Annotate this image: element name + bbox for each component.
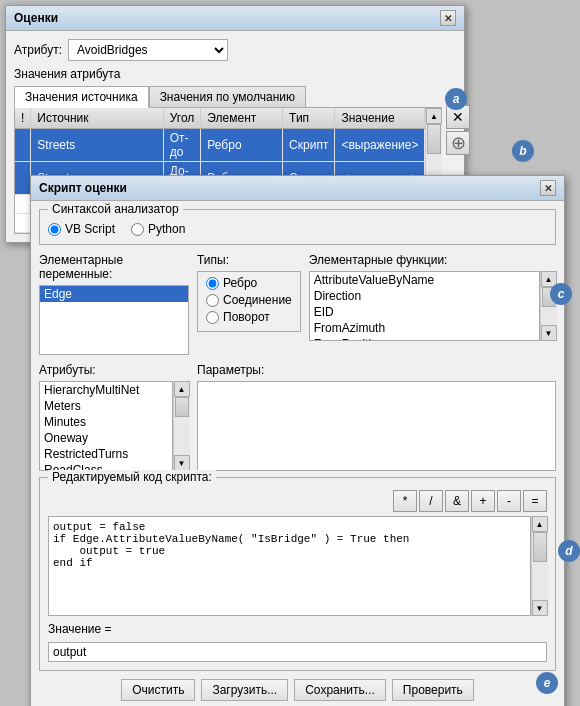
type-junction[interactable]: Соединение xyxy=(206,293,292,307)
syntax-radio-group: VB Script Python xyxy=(48,222,547,236)
attribute-item[interactable]: RestrictedTurns xyxy=(40,446,172,462)
python-radio[interactable] xyxy=(131,223,144,236)
op-multiply[interactable]: * xyxy=(393,490,417,512)
script-window-title: Скрипт оценки ✕ xyxy=(31,176,564,201)
type-turn[interactable]: Поворот xyxy=(206,310,292,324)
type-turn-label: Поворот xyxy=(223,310,270,324)
edge-item[interactable]: Edge xyxy=(40,286,188,302)
code-scroll-thumb[interactable] xyxy=(533,532,547,562)
th-source: Источник xyxy=(31,108,163,129)
function-item[interactable]: AttributeValueByName xyxy=(310,272,539,288)
attribute-item[interactable]: Minutes xyxy=(40,414,172,430)
code-group: Редактируемый код скрипта: * / & + - = ▲ xyxy=(39,477,556,671)
attributes-list[interactable]: HierarchyMultiNetMetersMinutesOnewayRest… xyxy=(39,381,173,471)
attributes-section: Атрибуты: HierarchyMultiNetMetersMinutes… xyxy=(39,363,189,471)
tab-default-values[interactable]: Значения по умолчанию xyxy=(149,86,306,108)
attrs-scroll-up[interactable]: ▲ xyxy=(174,381,190,397)
table-header-row: ! Источник Угол Элемент Тип Значение xyxy=(15,108,425,129)
save-button[interactable]: Сохранить... xyxy=(294,679,386,701)
type-junction-label: Соединение xyxy=(223,293,292,307)
params-list[interactable] xyxy=(197,381,556,471)
load-button[interactable]: Загрузить... xyxy=(201,679,288,701)
attribute-label: Атрибут: xyxy=(14,43,62,57)
types-section: Типы: Ребро Соединение Поворот xyxy=(197,253,301,355)
attributes-label: Атрибуты: xyxy=(39,363,189,377)
table-row[interactable]: StreetsОт-доРеброСкрипт<выражение> xyxy=(15,129,425,162)
function-item[interactable]: FromAzimuth xyxy=(310,320,539,336)
types-group: Ребро Соединение Поворот xyxy=(197,271,301,332)
tab-source-values[interactable]: Значения источника xyxy=(14,86,149,108)
action-buttons-row: Очистить Загрузить... Сохранить... Прове… xyxy=(39,679,556,701)
tab-bar: Значения источника Значения по умолчанию xyxy=(14,85,442,107)
op-add[interactable]: + xyxy=(471,490,495,512)
scroll-thumb[interactable] xyxy=(427,124,441,154)
analyzer-group-title: Синтаксой анализатор xyxy=(48,202,183,216)
clear-button[interactable]: Очистить xyxy=(121,679,195,701)
top-window-title: Оценки ✕ xyxy=(6,6,464,31)
type-edge-label: Ребро xyxy=(223,276,257,290)
attribute-item[interactable]: Meters xyxy=(40,398,172,414)
attribute-item[interactable]: HierarchyMultiNet xyxy=(40,382,172,398)
vars-row: Элементарные переменные: Edge Типы: Ребр… xyxy=(39,253,556,355)
row-exclamation xyxy=(15,195,31,214)
code-scroll-track xyxy=(532,532,548,600)
type-turn-radio[interactable] xyxy=(206,311,219,324)
attrs-scroll-thumb[interactable] xyxy=(175,397,189,417)
attrs-scrollbar[interactable]: ▲ ▼ xyxy=(173,381,189,471)
verify-button[interactable]: Проверить xyxy=(392,679,474,701)
function-item[interactable]: Direction xyxy=(310,288,539,304)
type-junction-radio[interactable] xyxy=(206,294,219,307)
code-scroll-up[interactable]: ▲ xyxy=(532,516,548,532)
th-exclamation: ! xyxy=(15,108,31,129)
attrs-params-row: Атрибуты: HierarchyMultiNetMetersMinutes… xyxy=(39,363,556,471)
code-scrollbar[interactable]: ▲ ▼ xyxy=(531,516,547,616)
value-row: Значение = xyxy=(48,622,547,636)
script-window: Скрипт оценки ✕ Синтаксой анализатор VB … xyxy=(30,175,565,706)
func-scroll-down[interactable]: ▼ xyxy=(541,325,557,341)
th-element: Элемент xyxy=(201,108,283,129)
function-item[interactable]: EID xyxy=(310,304,539,320)
functions-scrollbar[interactable]: ▲ ▼ xyxy=(540,271,556,341)
vb-label: VB Script xyxy=(65,222,115,236)
value-input[interactable] xyxy=(48,642,547,662)
add-button[interactable]: ⊕ xyxy=(446,131,470,155)
script-window-close[interactable]: ✕ xyxy=(540,180,556,196)
side-buttons: ✕ ⊕ xyxy=(446,105,470,155)
row-cell-2: От-до xyxy=(163,129,201,162)
th-angle: Угол xyxy=(163,108,201,129)
op-equals[interactable]: = xyxy=(523,490,547,512)
attrs-scroll-down[interactable]: ▼ xyxy=(174,455,190,471)
vb-radio-item[interactable]: VB Script xyxy=(48,222,115,236)
code-editor-wrapper: ▲ ▼ xyxy=(48,516,547,616)
attribute-item[interactable]: Oneway xyxy=(40,430,172,446)
function-item[interactable]: FromPosition xyxy=(310,336,539,341)
op-divide[interactable]: / xyxy=(419,490,443,512)
annotation-b: b xyxy=(512,140,534,162)
op-subtract[interactable]: - xyxy=(497,490,521,512)
op-concat[interactable]: & xyxy=(445,490,469,512)
type-edge[interactable]: Ребро xyxy=(206,276,292,290)
row-cell-5: <выражение> xyxy=(335,129,425,162)
attribute-values-label: Значения атрибута xyxy=(14,67,456,81)
code-scroll-down[interactable]: ▼ xyxy=(532,600,548,616)
annotation-e: e xyxy=(536,672,558,694)
row-cell-3: Ребро xyxy=(201,129,283,162)
type-edge-radio[interactable] xyxy=(206,277,219,290)
value-label: Значение = xyxy=(48,622,112,636)
th-type: Тип xyxy=(283,108,335,129)
top-window-close[interactable]: ✕ xyxy=(440,10,456,26)
code-editor[interactable] xyxy=(48,516,531,616)
row-exclamation xyxy=(15,214,31,233)
elem-functions-section: Элементарные функции: AttributeValueByNa… xyxy=(309,253,556,355)
python-radio-item[interactable]: Python xyxy=(131,222,185,236)
row-exclamation xyxy=(15,162,31,195)
vb-radio[interactable] xyxy=(48,223,61,236)
elem-vars-list[interactable]: Edge xyxy=(39,285,189,355)
annotation-d: d xyxy=(558,540,580,562)
elem-vars-label: Элементарные переменные: xyxy=(39,253,189,281)
scroll-up[interactable]: ▲ xyxy=(426,108,442,124)
params-section: Параметры: xyxy=(197,363,556,471)
functions-list[interactable]: AttributeValueByNameDirectionEIDFromAzim… xyxy=(309,271,540,341)
attribute-select[interactable]: AvoidBridges xyxy=(68,39,228,61)
attribute-row: Атрибут: AvoidBridges xyxy=(14,39,456,61)
